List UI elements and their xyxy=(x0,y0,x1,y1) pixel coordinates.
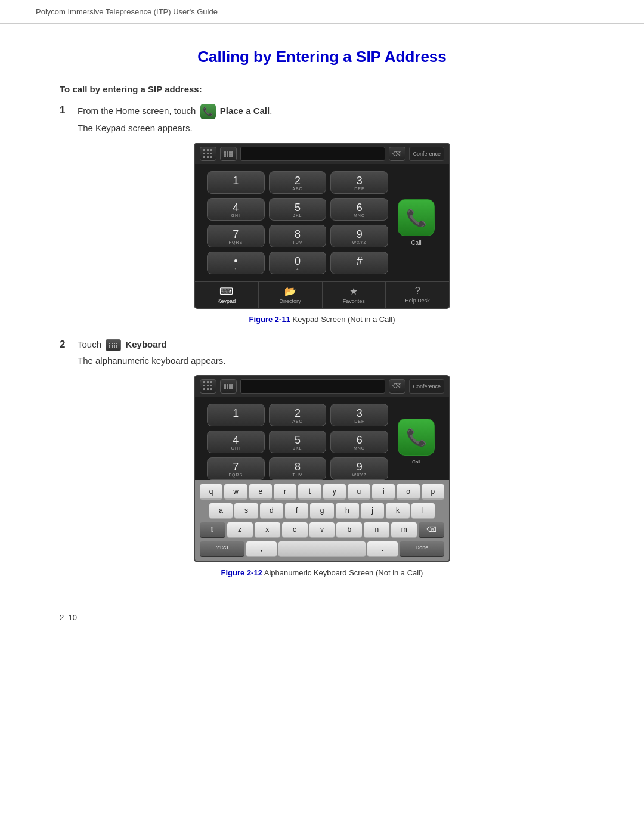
key-o[interactable]: o xyxy=(397,484,419,500)
key-t[interactable]: t xyxy=(298,484,321,500)
keypad-area-1: 1 2ABC 3DEF 4GHI 5JKL 6MNO 7PQRS 8TUV 9W… xyxy=(195,164,449,281)
key-a[interactable]: a xyxy=(209,503,233,519)
keyboard-icon-btn-2[interactable] xyxy=(220,379,237,394)
key-9b[interactable]: 9WXYZ xyxy=(330,457,388,480)
period-key[interactable]: . xyxy=(367,541,398,557)
key-8[interactable]: 8TUV xyxy=(269,225,327,247)
dot xyxy=(207,156,209,158)
key-hash[interactable]: # xyxy=(330,252,388,274)
kb-row-1: q w e r t y u i o p xyxy=(197,482,447,501)
keypad-icon-btn-2[interactable] xyxy=(200,379,216,394)
key-6[interactable]: 6MNO xyxy=(330,198,388,221)
key-8b[interactable]: 8TUV xyxy=(269,457,327,480)
key-r[interactable]: r xyxy=(274,484,296,500)
num-switch-key[interactable]: ?123 xyxy=(200,541,244,557)
address-input-1[interactable] xyxy=(240,147,385,161)
call-phone-icon-2: 📞 xyxy=(406,428,427,447)
figure-12-text: Alphanumeric Keyboard Screen (Not in a C… xyxy=(262,568,423,577)
d xyxy=(109,345,110,346)
nav-directory-label: Directory xyxy=(261,298,320,304)
delete-button-2[interactable]: ⌫ xyxy=(389,379,405,394)
key-i[interactable]: i xyxy=(372,484,395,500)
nav-directory[interactable]: 📂 Directory xyxy=(259,282,323,308)
key-g[interactable]: g xyxy=(310,503,333,519)
dot xyxy=(207,385,209,386)
key-3[interactable]: 3DEF xyxy=(330,171,388,194)
nav-helpdesk[interactable]: ? Help Desk xyxy=(386,282,449,308)
key-0[interactable]: 0+ xyxy=(269,252,327,274)
call-label-2: Call xyxy=(412,459,420,465)
key-k[interactable]: k xyxy=(386,503,409,519)
key-p[interactable]: p xyxy=(422,484,444,500)
dot xyxy=(229,155,231,157)
keypad-area-2: 1 2ABC 3DEF 4GHI 5JKL 6MNO 7PQRS 8TUV 9W… xyxy=(195,397,449,480)
conference-button-2[interactable]: Conference xyxy=(409,379,444,394)
key-x[interactable]: x xyxy=(255,522,280,538)
keyboard-dots-icon-2 xyxy=(224,384,233,389)
key-b[interactable]: b xyxy=(336,522,362,538)
key-q[interactable]: q xyxy=(200,484,222,500)
key-1[interactable]: 1 xyxy=(207,171,265,194)
nav-keypad-label: Keypad xyxy=(197,298,256,304)
key-l[interactable]: l xyxy=(411,503,435,519)
comma-key[interactable]: , xyxy=(246,541,277,557)
keyboard-icon-btn[interactable] xyxy=(220,147,237,161)
key-j[interactable]: j xyxy=(361,503,384,519)
key-z[interactable]: z xyxy=(227,522,253,538)
key-n[interactable]: n xyxy=(364,522,389,538)
backspace-key[interactable]: ⌫ xyxy=(419,522,444,538)
address-input-2[interactable] xyxy=(240,379,385,394)
nav-favorites-label: Favorites xyxy=(325,298,383,304)
key-c[interactable]: c xyxy=(282,522,308,538)
step-2-number: 2 xyxy=(60,339,78,351)
space-key[interactable] xyxy=(278,541,366,557)
done-key[interactable]: Done xyxy=(400,541,444,557)
key-f[interactable]: f xyxy=(285,503,308,519)
d xyxy=(112,345,113,346)
kb-row-4: ?123 , . Done xyxy=(197,540,447,559)
key-5[interactable]: 5JKL xyxy=(269,198,327,221)
key-4b[interactable]: 4GHI xyxy=(207,431,265,453)
key-4[interactable]: 4GHI xyxy=(207,198,265,221)
dot xyxy=(203,153,205,154)
favorites-nav-icon: ★ xyxy=(325,286,383,297)
dot xyxy=(207,153,209,154)
key-d[interactable]: d xyxy=(260,503,283,519)
key-7[interactable]: 7PQRS xyxy=(207,225,265,247)
key-v[interactable]: v xyxy=(309,522,335,538)
directory-nav-icon: 📂 xyxy=(261,286,320,297)
figure-12-bold: Figure 2-12 xyxy=(221,568,262,577)
figure-11-text: Keypad Screen (Not in a Call) xyxy=(290,315,395,324)
key-w[interactable]: w xyxy=(224,484,247,500)
shift-key[interactable]: ⇧ xyxy=(200,522,225,538)
key-star[interactable]: •* xyxy=(207,252,265,274)
key-7b[interactable]: 7PQRS xyxy=(207,457,265,480)
keyboard-dots-icon xyxy=(224,151,233,156)
key-y[interactable]: y xyxy=(323,484,346,500)
dot xyxy=(203,385,205,386)
step-2: 2 Touch Keyboard The alphanumeric keyboa… xyxy=(60,338,584,577)
dot xyxy=(224,155,226,157)
conference-button-1[interactable]: Conference xyxy=(409,147,444,161)
key-6b[interactable]: 6MNO xyxy=(330,431,388,453)
key-5b[interactable]: 5JKL xyxy=(269,431,327,453)
key-s[interactable]: s xyxy=(234,503,258,519)
call-button-1[interactable]: 📞 xyxy=(398,199,435,236)
d xyxy=(112,346,113,348)
key-2[interactable]: 2ABC xyxy=(269,171,327,194)
key-2b[interactable]: 2ABC xyxy=(269,404,327,426)
nav-favorites[interactable]: ★ Favorites xyxy=(323,282,386,308)
key-9[interactable]: 9WXYZ xyxy=(330,225,388,247)
keyboard-label: Keyboard xyxy=(125,339,166,349)
call-button-2[interactable]: 📞 xyxy=(398,419,435,456)
key-3b[interactable]: 3DEF xyxy=(330,404,388,426)
key-1b[interactable]: 1 xyxy=(207,404,265,426)
delete-button-1[interactable]: ⌫ xyxy=(389,147,405,161)
keypad-icon-btn[interactable] xyxy=(200,147,216,161)
key-h[interactable]: h xyxy=(336,503,359,519)
key-e[interactable]: e xyxy=(249,484,272,500)
nav-keypad[interactable]: ⌨ Keypad xyxy=(195,282,259,308)
key-m[interactable]: m xyxy=(391,522,417,538)
key-u[interactable]: u xyxy=(348,484,370,500)
grid-icon xyxy=(203,149,213,159)
